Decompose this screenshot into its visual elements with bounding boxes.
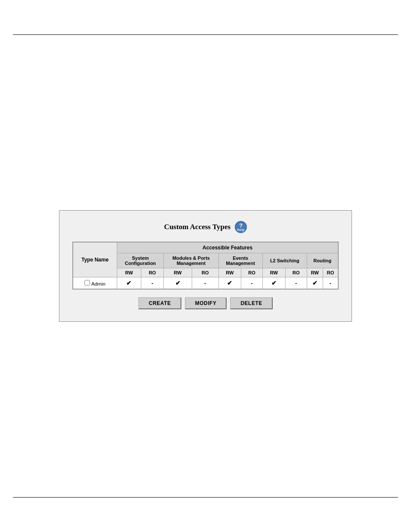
type-name-header: Type Name <box>73 243 117 277</box>
system-config-rw-header: RW <box>117 268 141 277</box>
events-mgmt-ro-header: RO <box>241 268 263 277</box>
modules-ports-header: Modules & PortsManagement <box>164 253 218 268</box>
table-row: Admin ✔ - ✔ - ✔ - ✔ - ✔ - <box>73 277 338 289</box>
l2-switching-ro-value: - <box>285 277 307 289</box>
modules-ports-ro-value: - <box>192 277 218 289</box>
routing-ro-value: - <box>323 277 338 289</box>
row-select-checkbox[interactable] <box>84 280 90 286</box>
bottom-rule <box>13 497 398 498</box>
panel-title-row: Custom Access Types ? Help <box>72 221 339 233</box>
table-wrapper: Type Name Accessible Features SystemConf… <box>72 242 339 289</box>
system-config-header: SystemConfiguration <box>117 253 164 268</box>
routing-ro-header: RO <box>323 268 338 277</box>
modules-ports-rw-value: ✔ <box>164 277 192 289</box>
modules-ports-rw-header: RW <box>164 268 192 277</box>
help-label: Help <box>237 228 245 231</box>
help-question-mark: ? <box>239 223 243 228</box>
buttons-row: CREATE MODIFY DELETE <box>72 297 339 309</box>
access-types-table: Type Name Accessible Features SystemConf… <box>73 242 338 289</box>
system-config-ro-header: RO <box>141 268 164 277</box>
routing-rw-value: ✔ <box>307 277 323 289</box>
l2-switching-rw-header: RW <box>262 268 285 277</box>
events-mgmt-ro-value: - <box>241 277 263 289</box>
routing-header: Routing <box>307 253 338 268</box>
row-name: Admin <box>91 281 106 286</box>
page-content: Custom Access Types ? Help Type Name Acc… <box>13 43 398 489</box>
top-rule <box>13 34 398 35</box>
events-mgmt-header: EventsManagement <box>218 253 262 268</box>
modify-button[interactable]: MODIFY <box>185 297 227 309</box>
events-mgmt-rw-header: RW <box>218 268 241 277</box>
row-checkbox-cell: Admin <box>73 277 117 289</box>
panel-title: Custom Access Types <box>164 223 230 231</box>
create-button[interactable]: CREATE <box>138 297 181 309</box>
main-panel: Custom Access Types ? Help Type Name Acc… <box>59 210 352 322</box>
routing-rw-header: RW <box>307 268 323 277</box>
system-config-rw-value: ✔ <box>117 277 141 289</box>
system-config-ro-value: - <box>141 277 164 289</box>
l2-switching-rw-value: ✔ <box>262 277 285 289</box>
modules-ports-ro-header: RO <box>192 268 218 277</box>
l2-switching-ro-header: RO <box>285 268 307 277</box>
l2-switching-header: L2 Switching <box>262 253 307 268</box>
events-mgmt-rw-value: ✔ <box>218 277 241 289</box>
help-button[interactable]: ? Help <box>235 221 247 233</box>
delete-button[interactable]: DELETE <box>230 297 272 309</box>
accessible-features-header: Accessible Features <box>117 243 338 253</box>
